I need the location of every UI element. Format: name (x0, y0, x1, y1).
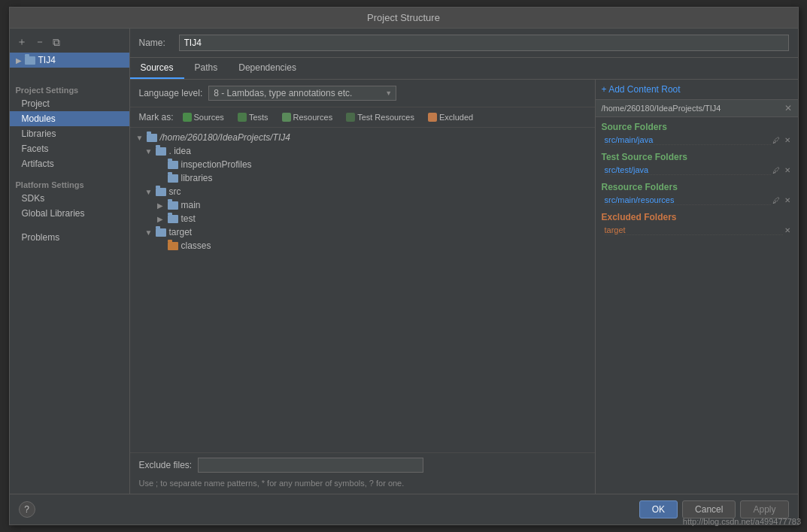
tab-dependencies[interactable]: Dependencies (228, 58, 307, 79)
excluded-folder-path: target (605, 225, 783, 235)
excluded-folder-actions: ✕ (783, 225, 792, 235)
sources-color-box (183, 113, 192, 122)
other-section: Problems (10, 230, 129, 245)
test-source-folder-path: src/test/java (605, 165, 771, 175)
apply-button[interactable]: Apply (740, 500, 788, 518)
libraries-folder-icon (168, 174, 178, 183)
ok-button[interactable]: OK (639, 500, 678, 518)
sidebar-item-libraries[interactable]: Libraries (10, 126, 129, 141)
content-root-path: /home/260180/IdeaProjects/TIJ4 (602, 104, 721, 113)
classes-folder-icon (168, 242, 178, 250)
module-folder-icon (25, 56, 35, 65)
test-label: test (181, 213, 196, 224)
dialog-body: ＋ － ⧉ ▶ TIJ4 Project Settings Project Mo… (10, 29, 798, 494)
libraries-label: libraries (181, 173, 213, 183)
language-level-label: Language level: (139, 88, 203, 98)
main-label: main (181, 200, 201, 210)
source-folder-path: src/main/java (605, 135, 771, 145)
content-area: Language level: 3 - Enums, static import… (130, 80, 798, 494)
exclude-files-section: Exclude files: Use ; to separate name pa… (130, 452, 595, 494)
sidebar-item-project[interactable]: Project (10, 96, 129, 111)
module-name-label: TIJ4 (38, 55, 56, 65)
cancel-button[interactable]: Cancel (682, 500, 736, 518)
right-panel-header: + Add Content Root (596, 80, 798, 100)
tree-item-classes[interactable]: classes (130, 239, 595, 252)
root-folder-icon (147, 134, 157, 142)
name-input[interactable] (179, 35, 789, 51)
exclude-files-row: Exclude files: (130, 452, 595, 477)
project-settings-header: Project Settings (10, 83, 129, 96)
resource-folder-actions: 🖊 ✕ (771, 195, 792, 205)
test-source-folders-header: Test Source Folders (596, 147, 798, 164)
resource-folder-remove-button[interactable]: ✕ (783, 195, 792, 205)
content-root-close-button[interactable]: ✕ (784, 103, 792, 113)
resource-folder-path: src/main/resources (605, 195, 771, 205)
idea-folder-icon (156, 147, 166, 156)
source-folder-entry: src/main/java 🖊 ✕ (596, 134, 798, 147)
mark-tests-label: Tests (249, 113, 268, 122)
tree-item-inspection-profiles[interactable]: inspectionProfiles (130, 158, 595, 171)
target-folder-icon (156, 228, 166, 237)
sidebar-module-item[interactable]: ▶ TIJ4 (10, 53, 129, 68)
dialog-footer: ? OK Cancel Apply (10, 494, 798, 524)
mark-as-test-resources-button[interactable]: Test Resources (341, 112, 419, 122)
tree-item-target[interactable]: ▼ target (130, 225, 595, 239)
excluded-folders-header: Excluded Folders (596, 207, 798, 224)
mark-sources-label: Sources (194, 113, 224, 122)
test-folder-icon (168, 215, 178, 223)
main-content: Name: Sources Paths Dependencies Languag… (130, 29, 798, 494)
name-label: Name: (139, 38, 173, 48)
tree-item-src[interactable]: ▼ src (130, 185, 595, 198)
inspection-folder-icon (168, 161, 178, 169)
dialog-title: Project Structure (10, 8, 798, 29)
sidebar-item-artifacts[interactable]: Artifacts (10, 156, 129, 171)
tree-area: ▼ /home/260180/IdeaProjects/TIJ4 ▼ . ide… (130, 128, 595, 452)
sidebar-item-global-libraries[interactable]: Global Libraries (10, 206, 129, 221)
help-button[interactable]: ? (19, 501, 35, 518)
platform-settings-section: Platform Settings SDKs Global Libraries (10, 177, 129, 221)
language-level-row: Language level: 3 - Enums, static import… (130, 80, 595, 107)
idea-label: . idea (169, 146, 191, 156)
sidebar-item-problems[interactable]: Problems (10, 230, 129, 245)
add-content-root-button[interactable]: + Add Content Root (602, 84, 681, 95)
test-source-folder-actions: 🖊 ✕ (771, 165, 792, 175)
tree-item-idea[interactable]: ▼ . idea (130, 144, 595, 158)
target-label: target (169, 227, 193, 237)
tree-item-libraries-folder[interactable]: libraries (130, 171, 595, 185)
resource-folder-edit-button[interactable]: 🖊 (771, 195, 781, 205)
right-panel: + Add Content Root /home/260180/IdeaProj… (595, 80, 798, 494)
resource-folder-entry: src/main/resources 🖊 ✕ (596, 194, 798, 207)
source-folder-edit-button[interactable]: 🖊 (771, 135, 781, 145)
source-folder-remove-button[interactable]: ✕ (783, 135, 792, 145)
tree-item-root[interactable]: ▼ /home/260180/IdeaProjects/TIJ4 (130, 131, 595, 144)
test-source-folder-remove-button[interactable]: ✕ (783, 165, 792, 175)
expand-icon-target: ▼ (145, 228, 154, 237)
mark-as-excluded-button[interactable]: Excluded (423, 112, 478, 122)
language-level-select-wrapper: 3 - Enums, static import5 - Enums, gener… (208, 86, 396, 101)
add-module-button[interactable]: ＋ (14, 35, 29, 50)
platform-settings-header: Platform Settings (10, 177, 129, 191)
excluded-folder-remove-button[interactable]: ✕ (783, 225, 792, 235)
copy-module-button[interactable]: ⧉ (50, 35, 62, 50)
remove-module-button[interactable]: － (32, 35, 47, 50)
sidebar-item-facets[interactable]: Facets (10, 141, 129, 156)
exclude-files-input[interactable] (198, 458, 423, 473)
name-row: Name: (130, 29, 798, 58)
language-level-select[interactable]: 3 - Enums, static import5 - Enums, gener… (208, 86, 396, 101)
tab-paths[interactable]: Paths (184, 58, 229, 79)
expand-icon-root: ▼ (136, 134, 145, 142)
sidebar-item-sdks[interactable]: SDKs (10, 191, 129, 206)
sidebar-item-modules[interactable]: Modules (10, 111, 129, 126)
tree-item-main[interactable]: ▶ main (130, 198, 595, 212)
mark-resources-label: Resources (293, 113, 333, 122)
mark-as-sources-button[interactable]: Sources (178, 112, 229, 122)
mark-as-tests-button[interactable]: Tests (233, 112, 273, 122)
test-source-folder-edit-button[interactable]: 🖊 (771, 165, 781, 175)
src-folder-icon (156, 188, 166, 196)
tab-sources[interactable]: Sources (130, 58, 184, 79)
expand-icon-test: ▶ (157, 215, 166, 223)
watermark: http://blog.csdn.net/a499477783 (683, 517, 801, 526)
tree-item-test[interactable]: ▶ test (130, 212, 595, 225)
expand-icon-src: ▼ (145, 188, 154, 196)
mark-as-resources-button[interactable]: Resources (278, 112, 338, 122)
